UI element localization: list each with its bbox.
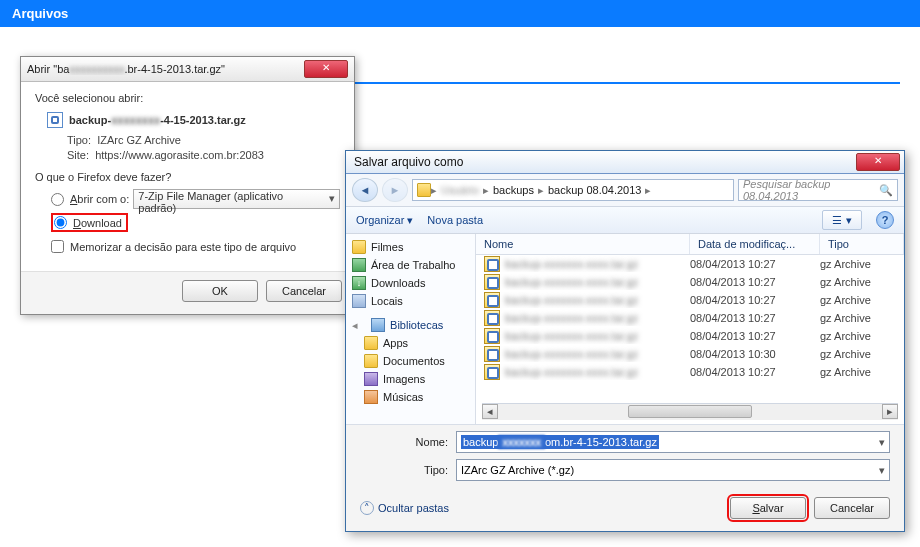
breadcrumb[interactable]: ▸ Usuário ▸ backups ▸ backup 08.04.2013 … bbox=[412, 179, 734, 201]
scroll-thumb[interactable] bbox=[628, 405, 753, 418]
tree-item-imagens[interactable]: Imagens bbox=[348, 370, 473, 388]
remember-choice[interactable]: Memorizar a decisão para este tipo de ar… bbox=[51, 240, 340, 253]
file-list: Nome Data de modificaç... Tipo backup-xx… bbox=[476, 234, 904, 424]
cell-type: gz Archive bbox=[820, 330, 904, 342]
t: Abrir "ba bbox=[27, 63, 69, 75]
table-row[interactable]: backup-xxxxxxx-xxxx.tar.gz08/04/2013 10:… bbox=[476, 255, 904, 273]
scroll-right-icon[interactable]: ▸ bbox=[882, 404, 898, 419]
cancel-button[interactable]: Cancelar bbox=[266, 280, 342, 302]
table-row[interactable]: backup-xxxxxxx-xxxx.tar.gz08/04/2013 10:… bbox=[476, 291, 904, 309]
search-icon[interactable]: 🔍 bbox=[879, 184, 893, 197]
table-row[interactable]: backup-xxxxxxx-xxxx.tar.gz08/04/2013 10:… bbox=[476, 309, 904, 327]
t: backup- bbox=[69, 114, 111, 126]
column-headers[interactable]: Nome Data de modificaç... Tipo bbox=[476, 234, 904, 255]
open-with-option[interactable]: Abrir com o: 7-Zip File Manager (aplicat… bbox=[51, 189, 340, 209]
archive-icon bbox=[484, 328, 500, 344]
redacted-filename: backup-xxxxxxx-xxxx.tar.gz bbox=[505, 258, 638, 270]
folder-tree[interactable]: Filmes Área de Trabalho Downloads Locais… bbox=[346, 234, 476, 424]
archive-icon bbox=[484, 274, 500, 290]
file-name: backup-xxxxxxxx-4-15-2013.tar.gz bbox=[47, 112, 340, 128]
filename-label: Nome: bbox=[406, 436, 448, 448]
tree-item-documentos[interactable]: Documentos bbox=[348, 352, 473, 370]
open-with-radio[interactable] bbox=[51, 193, 64, 206]
scroll-left-icon[interactable]: ◂ bbox=[482, 404, 498, 419]
new-folder-button[interactable]: Nova pasta bbox=[427, 214, 483, 226]
music-icon bbox=[364, 390, 378, 404]
you-selected-label: Você selecionou abrir: bbox=[35, 92, 340, 104]
table-row[interactable]: backup-xxxxxxx-xxxx.tar.gz08/04/2013 10:… bbox=[476, 345, 904, 363]
remember-checkbox[interactable] bbox=[51, 240, 64, 253]
cell-type: gz Archive bbox=[820, 258, 904, 270]
table-row[interactable]: backup-xxxxxxx-xxxx.tar.gz08/04/2013 10:… bbox=[476, 273, 904, 291]
redacted-filename: backup-xxxxxxx-xxxx.tar.gz bbox=[505, 348, 638, 360]
redacted: Usuário bbox=[437, 184, 483, 196]
table-row[interactable]: backup-xxxxxxx-xxxx.tar.gz08/04/2013 10:… bbox=[476, 327, 904, 345]
filename-value: backupxxxxxxxom.br-4-15-2013.tar.gz bbox=[461, 435, 659, 449]
file-icon bbox=[47, 112, 63, 128]
col-name[interactable]: Nome bbox=[476, 234, 690, 254]
filetype-label: Tipo: bbox=[406, 464, 448, 476]
cell-type: gz Archive bbox=[820, 366, 904, 378]
cell-type: gz Archive bbox=[820, 312, 904, 324]
horizontal-scrollbar[interactable]: ◂ ▸ bbox=[482, 403, 898, 420]
folder-icon bbox=[417, 183, 431, 197]
download-label: Download bbox=[73, 217, 122, 229]
filename-input[interactable]: backupxxxxxxxom.br-4-15-2013.tar.gz bbox=[456, 431, 890, 453]
t: Ocultar pastas bbox=[378, 502, 449, 514]
tree-item-filmes[interactable]: Filmes bbox=[348, 238, 473, 256]
tree-item-desktop[interactable]: Área de Trabalho bbox=[348, 256, 473, 274]
archive-icon bbox=[484, 364, 500, 380]
t: 7-Zip File Manager (aplicativo padrão) bbox=[138, 190, 283, 214]
redacted-filename: backup-xxxxxxx-xxxx.tar.gz bbox=[505, 366, 638, 378]
cell-date: 08/04/2013 10:27 bbox=[690, 258, 820, 270]
help-icon[interactable]: ? bbox=[876, 211, 894, 229]
tree-item-locais[interactable]: Locais bbox=[348, 292, 473, 310]
t: IZArc GZ Archive (*.gz) bbox=[461, 464, 574, 476]
cell-type: gz Archive bbox=[820, 348, 904, 360]
dialog-titlebar[interactable]: Salvar arquivo como ✕ bbox=[346, 151, 904, 174]
page-title: Arquivos bbox=[0, 0, 920, 27]
file-site: Site: https://www.agorasite.com.br:2083 bbox=[67, 149, 340, 161]
tree-item-downloads[interactable]: Downloads bbox=[348, 274, 473, 292]
what-should-firefox-do: O que o Firefox deve fazer? bbox=[35, 171, 340, 183]
tree-item-apps[interactable]: Apps bbox=[348, 334, 473, 352]
firefox-open-dialog: Abrir "baxxxxxxxxxx.br-4-15-2013.tar.gz"… bbox=[20, 56, 355, 315]
breadcrumb-seg[interactable]: backup 08.04.2013 bbox=[544, 184, 646, 196]
table-row[interactable]: backup-xxxxxxx-xxxx.tar.gz08/04/2013 10:… bbox=[476, 363, 904, 381]
open-with-app-select[interactable]: 7-Zip File Manager (aplicativo padrão) bbox=[133, 189, 340, 209]
dialog-titlebar[interactable]: Abrir "baxxxxxxxxxx.br-4-15-2013.tar.gz"… bbox=[21, 57, 354, 82]
back-icon[interactable]: ◄ bbox=[352, 178, 378, 202]
open-with-label: Abrir com o: bbox=[70, 193, 129, 205]
library-icon bbox=[371, 318, 385, 332]
save-button[interactable]: Salvar bbox=[730, 497, 806, 519]
forward-icon[interactable]: ► bbox=[382, 178, 408, 202]
cell-type: gz Archive bbox=[820, 294, 904, 306]
close-icon[interactable]: ✕ bbox=[856, 153, 900, 171]
cell-date: 08/04/2013 10:27 bbox=[690, 294, 820, 306]
save-as-dialog: Salvar arquivo como ✕ ◄ ► ▸ Usuário ▸ ba… bbox=[345, 150, 905, 532]
t: -4-15-2013.tar.gz bbox=[160, 114, 246, 126]
file-type: Tipo: IZArc GZ Archive bbox=[67, 134, 340, 146]
chevron-up-icon: ˄ bbox=[360, 501, 374, 515]
download-radio[interactable] bbox=[54, 216, 67, 229]
download-option[interactable]: Download bbox=[51, 213, 340, 232]
cancel-button[interactable]: Cancelar bbox=[814, 497, 890, 519]
search-input[interactable]: Pesquisar backup 08.04.2013 🔍 bbox=[738, 179, 898, 201]
redacted: xxxxxxx bbox=[498, 435, 545, 449]
archive-icon bbox=[484, 256, 500, 272]
view-button[interactable]: ☰ ▾ bbox=[822, 210, 862, 230]
download-icon bbox=[352, 276, 366, 290]
hide-folders-button[interactable]: ˄ Ocultar pastas bbox=[360, 501, 449, 515]
organize-button[interactable]: Organizar ▾ bbox=[356, 214, 413, 227]
filetype-field: Tipo: IZArc GZ Archive (*.gz) bbox=[406, 459, 890, 481]
col-date[interactable]: Data de modificaç... bbox=[690, 234, 820, 254]
col-type[interactable]: Tipo bbox=[820, 234, 904, 254]
tree-item-musicas[interactable]: Músicas bbox=[348, 388, 473, 406]
tree-group-bibliotecas[interactable]: ◂ Bibliotecas bbox=[348, 316, 473, 334]
archive-icon bbox=[484, 292, 500, 308]
ok-button[interactable]: OK bbox=[182, 280, 258, 302]
filetype-select[interactable]: IZArc GZ Archive (*.gz) bbox=[456, 459, 890, 481]
close-icon[interactable]: ✕ bbox=[304, 60, 348, 78]
image-icon bbox=[364, 372, 378, 386]
breadcrumb-seg[interactable]: backups bbox=[489, 184, 538, 196]
